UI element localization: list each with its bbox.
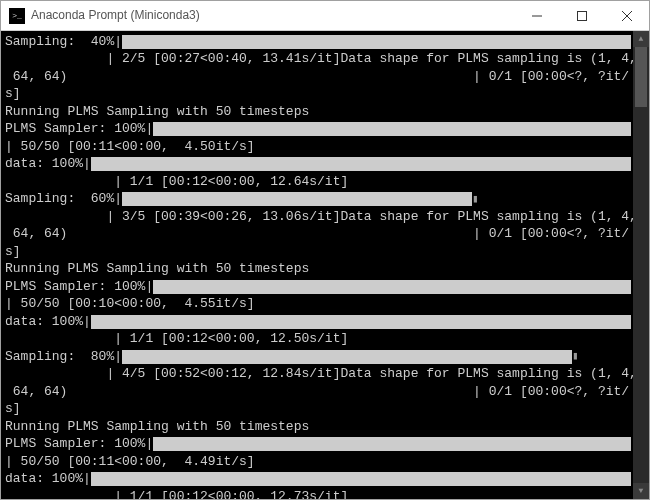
text-segment: | 3/5 [00:39<00:26, 13.06s/it]Data shape… [5, 208, 633, 226]
text-segment: | 1/1 [00:12<00:00, 12.64s/it] [5, 173, 348, 191]
terminal-line: | 4/5 [00:52<00:12, 12.84s/it]Data shape… [5, 366, 633, 384]
progress-bar-full [153, 122, 631, 136]
terminal-line: Sampling: 60%|▮ [5, 191, 633, 209]
text-segment: s] [5, 400, 21, 418]
text-segment: | 1/1 [00:12<00:00, 12.50s/it] [5, 330, 348, 348]
close-button[interactable] [604, 1, 649, 30]
text-segment: data: 100%| [5, 155, 91, 173]
progress-bar-full [91, 472, 631, 486]
terminal-line: Sampling: 80%|▮ [5, 348, 633, 366]
text-segment: | 50/50 [00:11<00:00, 4.49it/s] [5, 453, 255, 471]
text-segment: PLMS Sampler: 100%| [5, 435, 153, 453]
text-segment: | 1/1 [00:12<00:00, 12.73s/it] [5, 488, 348, 499]
progress-bar-full [153, 280, 631, 294]
terminal-line: | 1/1 [00:12<00:00, 12.64s/it] [5, 173, 633, 191]
terminal-line: | 2/5 [00:27<00:40, 13.41s/it]Data shape… [5, 51, 633, 69]
text-segment: data: 100%| [5, 470, 91, 488]
terminal-line: | 1/1 [00:12<00:00, 12.50s/it] [5, 331, 633, 349]
terminal-line: Running PLMS Sampling with 50 timesteps [5, 261, 633, 279]
text-segment: 64, 64) | 0/1 [00:00<?, ?it/ [5, 383, 629, 401]
text-segment: | 4/5 [00:52<00:12, 12.84s/it]Data shape… [5, 365, 633, 383]
progress-bar-full [91, 315, 631, 329]
terminal-line: s] [5, 86, 633, 104]
text-segment: | 2/5 [00:27<00:40, 13.41s/it]Data shape… [5, 50, 633, 68]
progress-bar-full [122, 35, 631, 49]
terminal-line: 64, 64) | 0/1 [00:00<?, ?it/ [5, 68, 633, 86]
terminal-line: data: 100%| [5, 313, 633, 331]
scrollbar[interactable]: ▲ ▼ [633, 31, 649, 499]
text-segment: PLMS Sampler: 100%| [5, 120, 153, 138]
text-segment: s] [5, 243, 21, 261]
text-segment: Sampling: 40%| [5, 33, 122, 51]
progress-bar-full [153, 437, 631, 451]
terminal-output[interactable]: Sampling: 40%| | 2/5 [00:27<00:40, 13.41… [1, 31, 633, 499]
text-segment: Sampling: 60%| [5, 190, 122, 208]
progress-bar-full [91, 157, 631, 171]
text-segment: PLMS Sampler: 100%| [5, 278, 153, 296]
terminal-line: PLMS Sampler: 100%| [5, 121, 633, 139]
maximize-button[interactable] [559, 1, 604, 30]
text-segment: | 50/50 [00:10<00:00, 4.55it/s] [5, 295, 255, 313]
terminal-line: | 3/5 [00:39<00:26, 13.06s/it]Data shape… [5, 208, 633, 226]
progress-bar-partial [122, 350, 572, 364]
titlebar[interactable]: Anaconda Prompt (Miniconda3) [1, 1, 649, 31]
terminal-line: Running PLMS Sampling with 50 timesteps [5, 103, 633, 121]
terminal-area: Sampling: 40%| | 2/5 [00:27<00:40, 13.41… [1, 31, 649, 499]
terminal-line: | 50/50 [00:11<00:00, 4.49it/s] [5, 453, 633, 471]
minimize-button[interactable] [514, 1, 559, 30]
progress-cap-icon: ▮ [572, 349, 579, 364]
terminal-line: s] [5, 243, 633, 261]
terminal-line: Sampling: 40%| [5, 33, 633, 51]
text-segment: Sampling: 80%| [5, 348, 122, 366]
svg-rect-1 [577, 11, 586, 20]
scrollbar-thumb[interactable] [635, 47, 647, 107]
terminal-line: | 1/1 [00:12<00:00, 12.73s/it] [5, 488, 633, 499]
text-segment: Running PLMS Sampling with 50 timesteps [5, 103, 309, 121]
terminal-line: Running PLMS Sampling with 50 timesteps [5, 418, 633, 436]
terminal-line: PLMS Sampler: 100%| [5, 278, 633, 296]
terminal-line: 64, 64) | 0/1 [00:00<?, ?it/ [5, 383, 633, 401]
terminal-line: PLMS Sampler: 100%| [5, 436, 633, 454]
text-segment: | 50/50 [00:11<00:00, 4.50it/s] [5, 138, 255, 156]
terminal-line: s] [5, 401, 633, 419]
terminal-line: | 50/50 [00:10<00:00, 4.55it/s] [5, 296, 633, 314]
terminal-line: data: 100%| [5, 156, 633, 174]
progress-cap-icon: ▮ [472, 192, 479, 207]
progress-bar-partial [122, 192, 472, 206]
scroll-up-button[interactable]: ▲ [633, 31, 649, 47]
text-segment: data: 100%| [5, 313, 91, 331]
terminal-line: 64, 64) | 0/1 [00:00<?, ?it/ [5, 226, 633, 244]
scroll-down-button[interactable]: ▼ [633, 483, 649, 499]
text-segment: Running PLMS Sampling with 50 timesteps [5, 260, 309, 278]
text-segment: s] [5, 85, 21, 103]
text-segment: 64, 64) | 0/1 [00:00<?, ?it/ [5, 68, 629, 86]
scrollbar-track[interactable] [633, 47, 649, 483]
app-window: Anaconda Prompt (Miniconda3) Sampling: 4… [0, 0, 650, 500]
terminal-line: | 50/50 [00:11<00:00, 4.50it/s] [5, 138, 633, 156]
text-segment: Running PLMS Sampling with 50 timesteps [5, 418, 309, 436]
window-controls [514, 1, 649, 30]
window-title: Anaconda Prompt (Miniconda3) [31, 7, 514, 23]
app-icon [9, 8, 25, 24]
text-segment: 64, 64) | 0/1 [00:00<?, ?it/ [5, 225, 629, 243]
terminal-line: data: 100%| [5, 471, 633, 489]
